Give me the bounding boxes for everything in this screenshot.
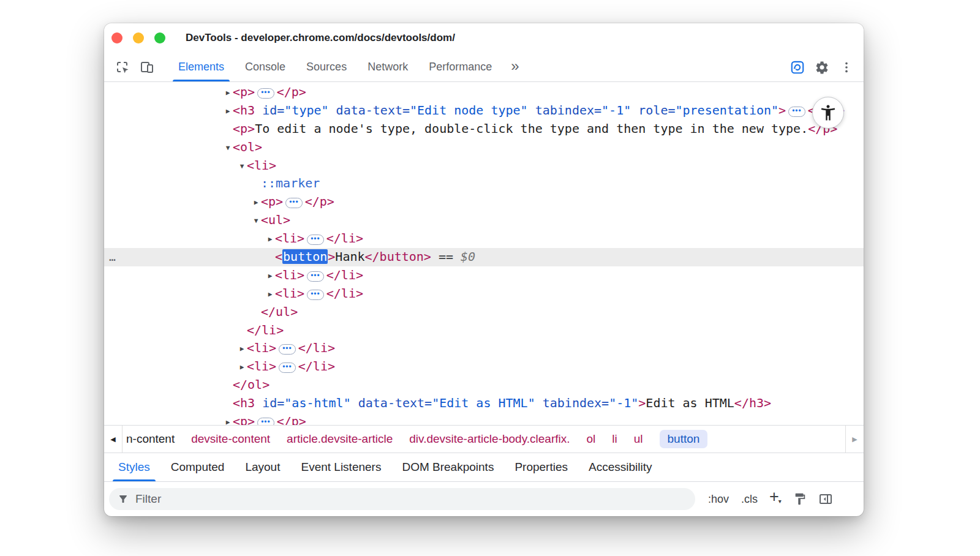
dom-tree-row[interactable]: ▶<p>•••</p> <box>104 83 864 102</box>
inline-expand-icon[interactable]: ••• <box>307 290 324 300</box>
code-token-tag: </li> <box>298 359 335 374</box>
filter-placeholder: Filter <box>135 492 161 506</box>
dom-tree-row[interactable]: </ol> <box>104 376 864 394</box>
dom-tree-row-selected[interactable]: …<button>Hank</button> == $0 <box>104 248 864 266</box>
sync-tabs-icon[interactable] <box>785 59 810 75</box>
close-window-button[interactable] <box>111 32 123 43</box>
code-token-selword: button <box>282 249 328 264</box>
inline-expand-icon[interactable]: ••• <box>257 88 274 99</box>
dom-tree-row[interactable]: ::marker <box>104 175 864 193</box>
breadcrumb-scroll-right-icon[interactable]: ▶ <box>845 426 864 453</box>
breadcrumb-item-n-content[interactable]: n-content <box>126 432 175 446</box>
sidebar-tab-computed[interactable]: Computed <box>160 453 235 481</box>
tab-network[interactable]: Network <box>357 53 418 81</box>
maximize-window-button[interactable] <box>154 32 165 43</box>
collapse-arrow-icon[interactable]: ▼ <box>237 157 247 176</box>
sidebar-tab-dom-breakpoints[interactable]: DOM Breakpoints <box>391 453 504 481</box>
collapse-arrow-icon[interactable]: ▼ <box>223 139 233 157</box>
dom-tree-row[interactable]: ▶<p>•••</p> <box>104 193 864 211</box>
code-token-tag: <li> <box>275 268 304 282</box>
breadcrumb-item-article-devsite-article[interactable]: article.devsite-article <box>287 432 393 446</box>
dom-tree-row[interactable]: ▼<ul> <box>104 211 864 230</box>
inline-expand-icon[interactable]: ••• <box>279 363 296 373</box>
code-token-attr: data-text= <box>351 396 432 410</box>
row-more-actions-icon[interactable]: … <box>109 248 116 266</box>
breadcrumb-item-devsite-content[interactable]: devsite-content <box>191 432 270 446</box>
toggle-device-toolbar-icon[interactable] <box>135 53 159 81</box>
inline-expand-icon[interactable]: ••• <box>285 198 303 208</box>
sidebar-tab-event-listeners[interactable]: Event Listeners <box>290 453 391 481</box>
toggle-hover-state-button[interactable]: :hov <box>703 493 734 506</box>
dom-tree-row[interactable]: ▶<li>•••</li> <box>104 358 864 376</box>
dom-tree-row[interactable]: </ul> <box>104 303 864 321</box>
breadcrumb-item-ul[interactable]: ul <box>634 432 643 446</box>
element-classes-button[interactable]: .cls <box>736 493 763 506</box>
code-token-tag: <ul> <box>261 212 290 227</box>
code-token-tag: <p> <box>233 85 255 99</box>
breadcrumb-item-div-devsite-article-body-clearfix-[interactable]: div.devsite-article-body.clearfix. <box>409 432 570 446</box>
expand-arrow-icon[interactable]: ▶ <box>237 358 247 377</box>
dom-tree-row[interactable]: ▼<ol> <box>104 138 864 157</box>
tab-console[interactable]: Console <box>235 53 296 81</box>
dom-tree-row[interactable]: ▶<p>•••</p> <box>104 413 864 425</box>
collapse-arrow-icon[interactable]: ▼ <box>251 212 261 230</box>
dom-tree-row[interactable]: ▶<li>•••</li> <box>104 266 864 285</box>
tab-performance[interactable]: Performance <box>418 53 502 81</box>
code-token-tag: > <box>638 396 646 410</box>
expand-arrow-icon[interactable]: ▶ <box>223 413 233 425</box>
breadcrumb-item-ol[interactable]: ol <box>587 432 596 446</box>
code-token-tag: </p> <box>277 414 306 425</box>
code-token-tag: </li> <box>326 231 363 246</box>
expand-arrow-icon[interactable]: ▶ <box>265 267 275 285</box>
sidebar-tab-accessibility[interactable]: Accessibility <box>578 453 662 481</box>
dom-tree-row[interactable]: ▶<li>•••</li> <box>104 285 864 303</box>
tab-elements[interactable]: Elements <box>168 53 235 81</box>
expand-arrow-icon[interactable]: ▶ <box>251 193 261 212</box>
more-tabs-button[interactable]: » <box>502 53 527 81</box>
toolbar-right <box>785 53 864 81</box>
main-toolbar: ElementsConsoleSourcesNetworkPerformance… <box>104 53 864 82</box>
styles-filter-bar: Filter :hov .cls +▾ <box>104 481 864 516</box>
dom-tree-row[interactable]: </li> <box>104 321 864 340</box>
dom-tree-row[interactable]: ▶<li>•••</li> <box>104 339 864 358</box>
code-token-tag: <h3 <box>233 396 255 410</box>
dom-tree-row[interactable]: <p>To edit a node's type, double-click t… <box>104 120 864 138</box>
inline-expand-icon[interactable]: ••• <box>307 235 324 245</box>
inline-expand-icon[interactable]: ••• <box>307 271 324 282</box>
code-token-val: "-1" <box>601 103 631 118</box>
dom-tree-row[interactable]: ▶<h3 id="type" data-text="Edit node type… <box>104 102 864 120</box>
new-style-rule-button[interactable]: +▾ <box>764 490 786 508</box>
code-token-val: "as-html" <box>284 396 350 410</box>
sidebar-tab-layout[interactable]: Layout <box>235 453 290 481</box>
accessibility-widget-icon[interactable] <box>812 97 844 129</box>
kebab-menu-icon[interactable] <box>834 61 859 74</box>
toggle-sidebar-icon[interactable] <box>813 492 838 506</box>
inline-expand-icon[interactable]: ••• <box>788 107 805 117</box>
expand-arrow-icon[interactable]: ▶ <box>223 102 233 121</box>
dom-tree-row[interactable]: ▼<li> <box>104 157 864 175</box>
dom-tree-row[interactable]: <h3 id="as-html" data-text="Edit as HTML… <box>104 394 864 413</box>
expand-arrow-icon[interactable]: ▶ <box>223 84 233 102</box>
settings-gear-icon[interactable] <box>810 60 834 75</box>
code-token-tag: </h3> <box>734 396 771 410</box>
sidebar-tab-properties[interactable]: Properties <box>504 453 578 481</box>
code-token-eq: == <box>431 249 461 264</box>
breadcrumb-item-li[interactable]: li <box>612 432 617 446</box>
dom-tree-row[interactable]: ▶<li>•••</li> <box>104 230 864 248</box>
inspect-element-icon[interactable] <box>110 53 135 81</box>
breadcrumb-scroll-left-icon[interactable]: ◀ <box>104 426 123 453</box>
inline-expand-icon[interactable]: ••• <box>257 418 274 425</box>
breadcrumb-item-button[interactable]: button <box>660 430 708 448</box>
styles-panel-tabs: StylesComputedLayoutEvent ListenersDOM B… <box>104 453 864 481</box>
style-filter-input[interactable]: Filter <box>109 488 695 510</box>
minimize-window-button[interactable] <box>133 32 144 43</box>
code-token-dollar: $0 <box>461 249 475 264</box>
inline-expand-icon[interactable]: ••• <box>279 344 296 355</box>
sidebar-tab-styles[interactable]: Styles <box>108 453 160 481</box>
expand-arrow-icon[interactable]: ▶ <box>237 340 247 358</box>
tab-sources[interactable]: Sources <box>296 53 357 81</box>
rendering-brush-icon[interactable] <box>788 492 812 506</box>
expand-arrow-icon[interactable]: ▶ <box>265 230 275 249</box>
code-token-marker: ::marker <box>261 176 320 190</box>
expand-arrow-icon[interactable]: ▶ <box>265 285 275 304</box>
